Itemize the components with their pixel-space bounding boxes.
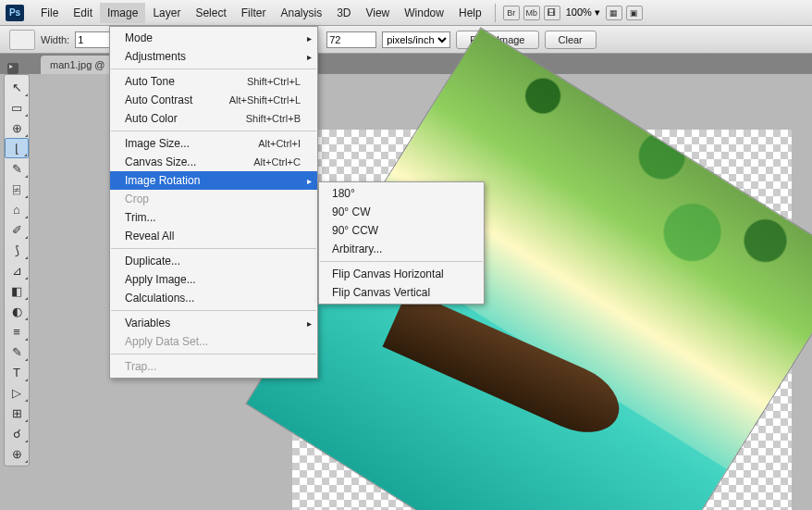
menu-file[interactable]: File (33, 3, 66, 23)
menu-layer[interactable]: Layer (145, 3, 188, 23)
document-tab[interactable]: man1.jpg @ (41, 56, 114, 74)
tool-17[interactable]: ☌ (5, 423, 29, 443)
tool-8[interactable]: ⟆ (5, 240, 29, 260)
menu-item-trap: Trap... (110, 357, 317, 376)
submenu-item-flip-canvas-vertical[interactable]: Flip Canvas Vertical (319, 283, 484, 302)
tool-3[interactable]: ⌊ (5, 138, 29, 158)
menu-window[interactable]: Window (397, 3, 451, 23)
menu-item-apply-image[interactable]: Apply Image... (110, 270, 317, 289)
screenmode-icon[interactable]: ▣ (626, 6, 643, 20)
app-logo: Ps (6, 5, 24, 21)
resolution-unit-select[interactable]: pixels/inch (382, 31, 450, 48)
image-menu-dropdown: Mode▸Adjustments▸Auto ToneShift+Ctrl+LAu… (109, 26, 318, 379)
submenu-item-180[interactable]: 180° (319, 184, 484, 203)
tool-10[interactable]: ◧ (5, 280, 29, 301)
menu-item-auto-color[interactable]: Auto ColorShift+Ctrl+B (110, 109, 317, 128)
tool-15[interactable]: ▷ (5, 382, 29, 403)
tool-9[interactable]: ⊿ (5, 260, 29, 280)
zoom-level[interactable]: 100% ▾ (562, 6, 604, 19)
tool-13[interactable]: ✎ (5, 342, 29, 362)
tool-1[interactable]: ▭ (5, 97, 29, 118)
menu-edit[interactable]: Edit (66, 3, 100, 23)
menu-image[interactable]: Image (100, 3, 145, 23)
submenu-item-flip-canvas-horizontal[interactable]: Flip Canvas Horizontal (319, 265, 484, 283)
menu-help[interactable]: Help (451, 3, 489, 23)
menu-item-adjustments[interactable]: Adjustments▸ (110, 47, 317, 66)
tools-panel: ↖▭⊕⌊✎⍯⌂✐⟆⊿◧◐≡✎T▷⊞☌⊕ (4, 74, 30, 466)
tool-16[interactable]: ⊞ (5, 403, 29, 423)
tool-14[interactable]: T (5, 362, 29, 382)
tool-2[interactable]: ⊕ (5, 118, 29, 138)
menu-view[interactable]: View (358, 3, 397, 23)
menu-filter[interactable]: Filter (234, 3, 274, 23)
tool-5[interactable]: ⍯ (5, 179, 29, 199)
tool-12[interactable]: ≡ (5, 321, 29, 342)
menu-item-trim[interactable]: Trim... (110, 208, 317, 227)
menu-separator (495, 4, 496, 22)
menu-item-duplicate[interactable]: Duplicate... (110, 252, 317, 270)
tool-18[interactable]: ⊕ (5, 443, 29, 464)
menu-item-apply-data-set: Apply Data Set... (110, 332, 317, 351)
menu-item-canvas-size[interactable]: Canvas Size...Alt+Ctrl+C (110, 153, 317, 171)
menu-item-crop: Crop (110, 190, 317, 208)
menu-item-reveal-all[interactable]: Reveal All (110, 227, 317, 245)
mini-bridge-icon[interactable]: Mb (523, 6, 540, 20)
width-field[interactable] (75, 31, 112, 48)
clear-button[interactable]: Clear (545, 31, 597, 49)
width-label: Width: (41, 34, 69, 45)
tool-6[interactable]: ⌂ (5, 199, 29, 219)
menu-item-mode[interactable]: Mode▸ (110, 29, 317, 47)
submenu-item-arbitrary[interactable]: Arbitrary... (319, 240, 484, 258)
film-icon[interactable]: 🎞 (544, 6, 560, 20)
menu-item-calculations[interactable]: Calculations... (110, 289, 317, 307)
menu-item-image-size[interactable]: Image Size...Alt+Ctrl+I (110, 134, 317, 153)
menu-analysis[interactable]: Analysis (273, 3, 329, 23)
bridge-icon[interactable]: Br (503, 6, 520, 20)
menu-3d[interactable]: 3D (329, 3, 358, 23)
submenu-item-90-ccw[interactable]: 90° CCW (319, 221, 484, 240)
menu-select[interactable]: Select (188, 3, 233, 23)
menu-item-variables[interactable]: Variables▸ (110, 314, 317, 332)
menu-item-auto-contrast[interactable]: Auto ContrastAlt+Shift+Ctrl+L (110, 91, 317, 109)
menu-item-image-rotation[interactable]: Image Rotation▸ (110, 171, 317, 190)
tool-0[interactable]: ↖ (5, 77, 29, 97)
panel-collapse-toggle[interactable] (7, 63, 18, 74)
resolution-field[interactable] (326, 31, 376, 48)
tool-11[interactable]: ◐ (5, 301, 29, 321)
crop-tool-preset-button[interactable] (9, 30, 35, 50)
tool-4[interactable]: ✎ (5, 158, 29, 179)
menu-bar: Ps FileEditImageLayerSelectFilterAnalysi… (0, 0, 812, 26)
submenu-item-90-cw[interactable]: 90° CW (319, 203, 484, 221)
tool-7[interactable]: ✐ (5, 219, 29, 240)
image-rotation-submenu: 180°90° CW90° CCWArbitrary...Flip Canvas… (318, 181, 485, 305)
arrange-icon[interactable]: ▦ (606, 6, 622, 20)
menu-item-auto-tone[interactable]: Auto ToneShift+Ctrl+L (110, 72, 317, 91)
